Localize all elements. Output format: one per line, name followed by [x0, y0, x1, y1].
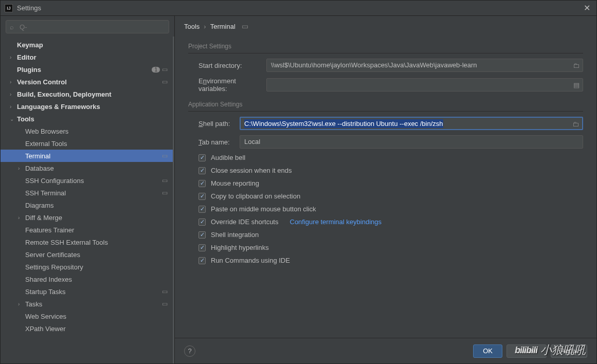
- tree-item-keymap[interactable]: Keymap: [1, 39, 173, 51]
- tree-item-shared-indexes[interactable]: Shared Indexes: [1, 273, 173, 285]
- tree-item-label: Remote SSH External Tools: [25, 239, 168, 246]
- section-project-settings: Project Settings: [188, 40, 583, 53]
- checkbox-label: Copy to clipboard on selection: [211, 192, 300, 200]
- checkbox[interactable]: [198, 257, 206, 264]
- checkbox-row-close-session-when-it-ends: Close session when it ends: [198, 167, 583, 174]
- checkbox[interactable]: [198, 231, 206, 239]
- checkbox[interactable]: [198, 244, 206, 251]
- tree-item-tasks[interactable]: ›Tasks▭: [1, 298, 173, 310]
- dialog-footer: ? OK Cancel Apply: [175, 338, 596, 363]
- tree-item-label: Tools: [17, 115, 168, 123]
- sidebar: ⌕ Keymap›EditorPlugins1▭›Version Control…: [1, 16, 175, 363]
- tree-item-label: External Tools: [25, 140, 168, 148]
- tree-item-label: Database: [25, 165, 168, 172]
- tree-item-label: Diagrams: [25, 202, 168, 209]
- window-title: Settings: [17, 4, 41, 12]
- cancel-button[interactable]: Cancel: [506, 344, 547, 358]
- settings-tree: Keymap›EditorPlugins1▭›Version Control▭›…: [1, 37, 174, 363]
- tree-item-web-services[interactable]: Web Services: [1, 310, 173, 322]
- tree-item-server-certificates[interactable]: Server Certificates: [1, 248, 173, 261]
- chevron-icon: ›: [10, 92, 17, 97]
- tree-item-label: Startup Tasks: [25, 288, 162, 296]
- checkbox-label: Run Commands using IDE: [211, 257, 290, 264]
- project-indicator-icon: ▭: [162, 66, 168, 73]
- label-start-directory: Start directory:: [198, 62, 258, 69]
- tree-item-plugins[interactable]: Plugins1▭: [1, 63, 173, 76]
- chevron-icon: ›: [10, 54, 17, 60]
- tree-item-settings-repository[interactable]: Settings Repository: [1, 261, 173, 273]
- tree-item-ssh-terminal[interactable]: SSH Terminal▭: [1, 187, 173, 199]
- checkbox-row-paste-on-middle-mouse-button-click: Paste on middle mouse button click: [198, 205, 583, 213]
- checkbox[interactable]: [198, 206, 206, 213]
- badge: 1: [152, 67, 160, 72]
- checkbox-row-run-commands-using-ide: Run Commands using IDE: [198, 257, 583, 264]
- tree-item-xpath-viewer[interactable]: XPath Viewer: [1, 322, 173, 335]
- tree-item-label: Web Services: [25, 313, 168, 320]
- tree-item-database[interactable]: ›Database: [1, 162, 173, 174]
- project-indicator-icon: ▭: [162, 300, 168, 307]
- tree-item-label: Plugins: [17, 66, 152, 74]
- shell-path-input[interactable]: C:\Windows\System32\wsl.exe --distributi…: [240, 117, 583, 130]
- checkbox[interactable]: [198, 193, 206, 200]
- chevron-right-icon: ›: [204, 23, 206, 30]
- checkbox-row-highlight-hyperlinks: Highlight hyperlinks: [198, 244, 583, 251]
- tree-item-version-control[interactable]: ›Version Control▭: [1, 76, 173, 88]
- start-directory-input[interactable]: \\wsl$\Ubuntu\home\jaylon\Workspaces\Jav…: [266, 59, 583, 72]
- folder-icon[interactable]: 🗀: [572, 120, 579, 128]
- project-indicator-icon: ▭: [162, 177, 168, 184]
- checkbox-row-override-ide-shortcuts: Override IDE shortcutsConfigure terminal…: [198, 218, 583, 226]
- tree-item-ssh-configurations[interactable]: SSH Configurations▭: [1, 174, 173, 187]
- checkbox[interactable]: [198, 154, 206, 161]
- project-indicator-icon: ▭: [162, 152, 168, 159]
- label-tab-name: Tab name:: [198, 138, 231, 146]
- tree-item-label: Build, Execution, Deployment: [17, 90, 168, 98]
- app-icon: IJ: [5, 4, 13, 12]
- tree-item-label: Server Certificates: [25, 251, 168, 259]
- tree-item-tools[interactable]: ⌄Tools: [1, 113, 173, 125]
- ok-button[interactable]: OK: [473, 344, 502, 358]
- checkbox[interactable]: [198, 167, 206, 174]
- checkbox-label: Highlight hyperlinks: [211, 244, 269, 251]
- checkbox[interactable]: [198, 219, 206, 226]
- folder-icon[interactable]: 🗀: [573, 62, 580, 69]
- tree-item-features-trainer[interactable]: Features Trainer: [1, 224, 173, 236]
- tree-item-terminal[interactable]: Terminal▭: [1, 150, 173, 162]
- tree-item-diff-merge[interactable]: ›Diff & Merge: [1, 211, 173, 224]
- tree-item-editor[interactable]: ›Editor: [1, 51, 173, 63]
- tree-item-languages-frameworks[interactable]: ›Languages & Frameworks: [1, 100, 173, 113]
- tree-item-label: Web Browsers: [25, 128, 168, 135]
- tree-item-external-tools[interactable]: External Tools: [1, 137, 173, 150]
- chevron-icon: ›: [18, 301, 25, 307]
- checkbox-label: Paste on middle mouse button click: [211, 205, 316, 213]
- tree-item-label: Keymap: [17, 41, 168, 49]
- tree-item-startup-tasks[interactable]: Startup Tasks▭: [1, 285, 173, 298]
- tree-item-diagrams[interactable]: Diagrams: [1, 199, 173, 211]
- checkbox-label: Audible bell: [211, 154, 245, 161]
- crumb-tools[interactable]: Tools: [184, 23, 200, 30]
- tree-item-label: Languages & Frameworks: [17, 103, 168, 111]
- chevron-icon: ›: [18, 166, 25, 171]
- tab-name-input[interactable]: Local: [240, 135, 583, 149]
- apply-button[interactable]: Apply: [551, 344, 587, 358]
- list-icon[interactable]: ▤: [573, 81, 580, 89]
- chevron-icon: ›: [10, 79, 17, 85]
- environment-variables-input[interactable]: ▤: [266, 78, 583, 92]
- tree-item-web-browsers[interactable]: Web Browsers: [1, 125, 173, 137]
- chevron-icon: ›: [10, 104, 17, 110]
- project-indicator-icon: ▭: [162, 189, 168, 196]
- checkbox-label: Shell integration: [211, 231, 259, 239]
- tree-item-build-execution-deployment[interactable]: ›Build, Execution, Deployment: [1, 88, 173, 100]
- project-indicator-icon: ▭: [162, 288, 168, 295]
- configure-keybindings-link[interactable]: Configure terminal keybindings: [290, 218, 382, 226]
- reset-icon[interactable]: ▭: [242, 22, 248, 30]
- tree-item-label: Version Control: [17, 78, 162, 86]
- close-icon[interactable]: ✕: [582, 3, 592, 13]
- tree-item-label: XPath Viewer: [25, 325, 168, 333]
- tree-item-remote-ssh-external-tools[interactable]: Remote SSH External Tools: [1, 236, 173, 248]
- search-input[interactable]: [6, 20, 169, 33]
- checkbox-label: Override IDE shortcuts: [211, 218, 279, 226]
- help-button[interactable]: ?: [184, 345, 195, 357]
- checkbox[interactable]: [198, 180, 206, 187]
- tree-item-label: SSH Terminal: [25, 189, 162, 197]
- crumb-terminal: Terminal: [210, 23, 236, 30]
